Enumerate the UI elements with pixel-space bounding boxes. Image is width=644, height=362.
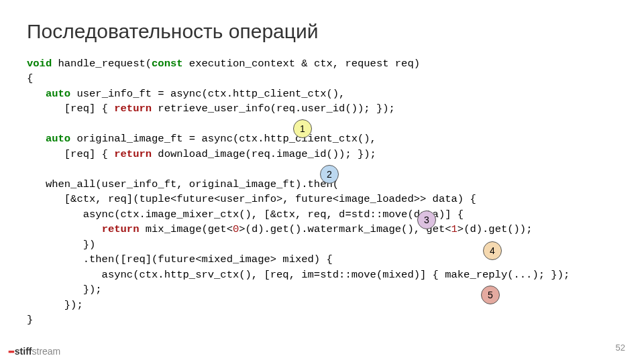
step-marker-1: 1 <box>293 119 312 138</box>
keyword-void: void <box>27 58 52 70</box>
code-block: void handle_request(const execution_cont… <box>27 56 617 327</box>
literal-0: 0 <box>233 223 239 235</box>
keyword-return: return <box>102 223 140 235</box>
step-marker-5: 5 <box>481 286 500 304</box>
step-marker-2: 2 <box>320 165 339 184</box>
step-marker-3: 3 <box>417 210 436 229</box>
keyword-auto: auto <box>46 133 70 145</box>
keyword-return: return <box>114 103 152 115</box>
logo-icon: ▪▪▪ <box>8 347 13 357</box>
logo-text-stiff: stiff <box>15 346 32 357</box>
logo: ▪▪▪stiffstream <box>8 346 60 357</box>
logo-text-stream: stream <box>32 346 61 357</box>
page-number: 52 <box>616 343 625 353</box>
slide-title: Последовательность операций <box>27 20 617 43</box>
literal-1: 1 <box>451 223 458 235</box>
keyword-const: const <box>152 58 183 70</box>
keyword-auto: auto <box>46 88 70 100</box>
keyword-return: return <box>114 148 152 160</box>
step-marker-4: 4 <box>483 241 502 260</box>
slide: Последовательность операций void handle_… <box>0 0 644 362</box>
